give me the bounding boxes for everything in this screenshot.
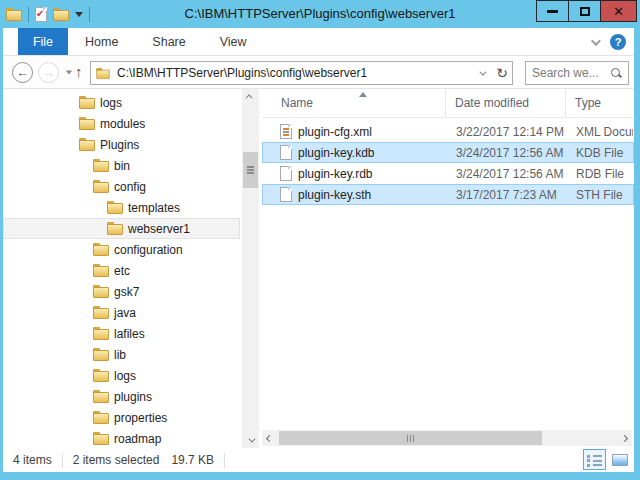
address-box[interactable]: C:\IBM\HTTPServer\Plugins\config\webserv… bbox=[90, 61, 513, 85]
ribbon-collapse-icon[interactable] bbox=[591, 36, 601, 46]
search-icon bbox=[610, 67, 622, 79]
tree-item-webserver1[interactable]: webserver1 bbox=[3, 218, 240, 239]
folder-icon bbox=[79, 96, 95, 109]
search-input[interactable] bbox=[532, 66, 610, 80]
tree-item-configuration[interactable]: configuration bbox=[3, 239, 240, 260]
tree-item-lafiles[interactable]: lafiles bbox=[3, 323, 240, 344]
tab-view[interactable]: View bbox=[203, 28, 264, 55]
column-header-type[interactable]: Type bbox=[566, 89, 634, 117]
help-button[interactable]: ? bbox=[610, 34, 626, 50]
tree-item-config[interactable]: config bbox=[3, 176, 240, 197]
scroll-left-button[interactable] bbox=[262, 430, 277, 446]
vertical-scrollbar-thumb[interactable] bbox=[243, 152, 258, 188]
folder-icon bbox=[93, 159, 109, 172]
details-view-button[interactable] bbox=[583, 449, 606, 470]
file-row-plugin-key.rdb[interactable]: plugin-key.rdb 3/24/2017 12:56 AM RDB Fi… bbox=[262, 163, 634, 184]
address-folder-icon bbox=[96, 67, 110, 78]
scroll-right-button[interactable] bbox=[617, 430, 632, 446]
column-headers: Name Date modified Type bbox=[262, 89, 634, 118]
folder-icon bbox=[93, 180, 109, 193]
file-list-pane: Name Date modified Type plugin-cfg.xml 3… bbox=[262, 89, 634, 448]
details-view-icon bbox=[587, 453, 602, 467]
minimize-button[interactable] bbox=[536, 0, 569, 22]
status-bar: 4 items 2 items selected 19.7 KB bbox=[3, 448, 634, 472]
forward-button[interactable]: → bbox=[38, 62, 59, 83]
maximize-icon bbox=[580, 7, 590, 16]
up-button[interactable]: ↑ bbox=[75, 63, 83, 80]
tree-item-lib[interactable]: lib bbox=[3, 344, 240, 365]
ribbon-tab-bar: File Home Share View ? bbox=[3, 28, 634, 56]
column-header-date-modified[interactable]: Date modified bbox=[446, 89, 566, 117]
folder-icon bbox=[93, 432, 109, 445]
column-header-name[interactable]: Name bbox=[262, 89, 446, 117]
selection-count: 2 items selected bbox=[63, 453, 170, 467]
folder-icon bbox=[93, 369, 109, 382]
folder-icon bbox=[93, 285, 109, 298]
tab-file[interactable]: File bbox=[18, 28, 68, 55]
tree-item-etc[interactable]: etc bbox=[3, 260, 240, 281]
file-row-plugin-key.kdb[interactable]: plugin-key.kdb 3/24/2017 12:56 AM KDB Fi… bbox=[262, 142, 634, 163]
scroll-down-button[interactable] bbox=[242, 433, 259, 448]
back-icon: ← bbox=[16, 65, 29, 80]
address-path[interactable]: C:\IBM\HTTPServer\Plugins\config\webserv… bbox=[117, 66, 479, 80]
tree-item-roadmap[interactable]: roadmap bbox=[3, 428, 240, 448]
status-separator bbox=[224, 453, 225, 468]
tree-item-logs[interactable]: logs bbox=[3, 365, 240, 386]
folder-icon bbox=[93, 327, 109, 340]
folder-icon bbox=[93, 306, 109, 319]
tree-item-templates[interactable]: templates bbox=[3, 197, 240, 218]
tree-item-modules[interactable]: modules bbox=[3, 113, 240, 134]
file-icon bbox=[280, 187, 292, 202]
file-icon bbox=[280, 166, 292, 181]
main-content: logs modules Plugins bin config template… bbox=[3, 89, 634, 448]
tree-item-plugins[interactable]: plugins bbox=[3, 386, 240, 407]
scrollbar-grip-icon bbox=[410, 435, 412, 442]
folder-icon bbox=[107, 201, 123, 214]
back-button[interactable]: ← bbox=[12, 62, 33, 83]
close-icon: ✕ bbox=[613, 5, 624, 18]
sort-ascending-icon bbox=[359, 92, 367, 97]
recent-locations-dropdown-icon[interactable] bbox=[66, 71, 72, 75]
thumbnails-view-button[interactable] bbox=[608, 449, 631, 470]
tree-item-Plugins[interactable]: Plugins bbox=[3, 134, 240, 155]
maximize-button[interactable] bbox=[568, 0, 601, 22]
xml-file-icon bbox=[280, 124, 292, 139]
close-button[interactable]: ✕ bbox=[600, 0, 637, 22]
address-bar: ← → ↑ C:\IBM\HTTPServer\Plugins\config\w… bbox=[3, 56, 634, 89]
tree-item-properties[interactable]: properties bbox=[3, 407, 240, 428]
tree-item-java[interactable]: java bbox=[3, 302, 240, 323]
navigation-tree: logs modules Plugins bin config template… bbox=[3, 89, 240, 448]
folder-icon bbox=[79, 117, 95, 130]
scroll-up-button[interactable] bbox=[242, 89, 259, 104]
folder-icon bbox=[93, 411, 109, 424]
file-icon bbox=[280, 145, 292, 160]
folder-icon bbox=[107, 222, 123, 235]
tree-vertical-scrollbar[interactable] bbox=[242, 89, 259, 448]
selection-size: 19.7 KB bbox=[169, 453, 224, 467]
scrollbar-grip-icon bbox=[247, 169, 254, 171]
refresh-icon[interactable]: ↻ bbox=[496, 66, 508, 80]
folder-icon bbox=[93, 264, 109, 277]
explorer-window: ✔ C:\IBM\HTTPServer\Plugins\config\webse… bbox=[0, 0, 640, 480]
folder-icon bbox=[93, 390, 109, 403]
minimize-icon bbox=[547, 10, 558, 13]
horizontal-scrollbar-thumb[interactable] bbox=[279, 431, 542, 445]
file-row-plugin-cfg.xml[interactable]: plugin-cfg.xml 3/22/2017 12:14 PM XML Do… bbox=[262, 121, 634, 142]
search-box[interactable] bbox=[525, 61, 629, 85]
tree-item-gsk7[interactable]: gsk7 bbox=[3, 281, 240, 302]
titlebar: ✔ C:\IBM\HTTPServer\Plugins\config\webse… bbox=[0, 0, 640, 28]
folder-icon bbox=[93, 348, 109, 361]
item-count: 4 items bbox=[3, 453, 62, 467]
folder-icon bbox=[79, 138, 95, 151]
tree-item-logs[interactable]: logs bbox=[3, 92, 240, 113]
file-rows: plugin-cfg.xml 3/22/2017 12:14 PM XML Do… bbox=[262, 121, 634, 205]
address-dropdown-icon[interactable] bbox=[480, 68, 487, 75]
folder-icon bbox=[93, 243, 109, 256]
forward-icon: → bbox=[42, 65, 55, 80]
tree-item-bin[interactable]: bin bbox=[3, 155, 240, 176]
tab-share[interactable]: Share bbox=[135, 28, 202, 55]
list-horizontal-scrollbar[interactable] bbox=[262, 430, 632, 446]
tab-home[interactable]: Home bbox=[68, 28, 135, 55]
file-row-plugin-key.sth[interactable]: plugin-key.sth 3/17/2017 7:23 AM STH Fil… bbox=[262, 184, 634, 205]
thumbnails-view-icon bbox=[612, 454, 628, 466]
